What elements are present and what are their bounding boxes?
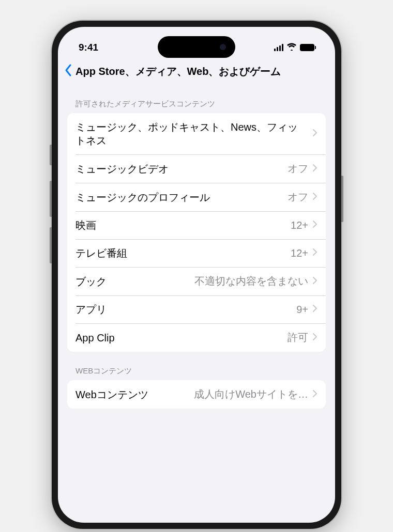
row-app-clip[interactable]: App Clip 許可 bbox=[67, 323, 326, 352]
chevron-right-icon bbox=[312, 164, 318, 174]
row-web-content[interactable]: Webコンテンツ 成人向けWebサイトを… bbox=[67, 380, 326, 409]
screen: 9:41 App Store、メディア、Web、およびゲーム 許可されたメディア… bbox=[58, 27, 335, 523]
row-label: ブック bbox=[75, 275, 190, 288]
chevron-right-icon bbox=[312, 276, 318, 287]
status-time: 9:41 bbox=[79, 42, 98, 53]
chevron-right-icon bbox=[312, 333, 318, 343]
row-value: オフ bbox=[288, 190, 308, 204]
row-music-profile[interactable]: ミュージックのプロフィール オフ bbox=[67, 183, 326, 211]
row-value: 成人向けWebサイトを… bbox=[194, 387, 308, 401]
dynamic-island bbox=[158, 36, 235, 58]
chevron-right-icon bbox=[312, 220, 318, 230]
list-group-web: Webコンテンツ 成人向けWebサイトを… bbox=[67, 380, 326, 409]
chevron-right-icon bbox=[312, 129, 318, 139]
nav-bar: App Store、メディア、Web、およびゲーム bbox=[58, 58, 335, 85]
page-title: App Store、メディア、Web、およびゲーム bbox=[75, 65, 328, 79]
row-value: 許可 bbox=[288, 331, 308, 345]
row-movies[interactable]: 映画 12+ bbox=[67, 211, 326, 239]
back-button[interactable] bbox=[63, 63, 73, 80]
row-label: ミュージックビデオ bbox=[75, 162, 283, 176]
row-label: ミュージック、ポッドキャスト、News、フィットネス bbox=[75, 120, 304, 147]
row-value: 12+ bbox=[291, 247, 308, 259]
row-apps[interactable]: アプリ 9+ bbox=[67, 295, 326, 323]
chevron-right-icon bbox=[312, 248, 318, 258]
row-value: オフ bbox=[288, 162, 308, 176]
row-books[interactable]: ブック 不適切な内容を含まない bbox=[67, 267, 326, 295]
phone-frame: 9:41 App Store、メディア、Web、およびゲーム 許可されたメディア… bbox=[52, 21, 341, 529]
row-label: 映画 bbox=[75, 218, 286, 232]
row-music-video[interactable]: ミュージックビデオ オフ bbox=[67, 154, 326, 183]
row-value: 12+ bbox=[291, 220, 308, 231]
row-label: アプリ bbox=[75, 303, 292, 316]
row-value: 9+ bbox=[296, 304, 308, 316]
row-label: App Clip bbox=[75, 331, 283, 345]
chevron-right-icon bbox=[312, 304, 318, 315]
list-group-media: ミュージック、ポッドキャスト、News、フィットネス ミュージックビデオ オフ … bbox=[67, 113, 326, 352]
row-label: テレビ番組 bbox=[75, 246, 286, 260]
content: 許可されたメディアサービスコンテンツ ミュージック、ポッドキャスト、News、フ… bbox=[58, 85, 335, 409]
row-label: Webコンテンツ bbox=[75, 388, 190, 401]
wifi-icon bbox=[286, 42, 297, 53]
section-header-web: WEBコンテンツ bbox=[67, 352, 326, 380]
battery-icon bbox=[300, 44, 314, 51]
row-label: ミュージックのプロフィール bbox=[75, 191, 283, 204]
row-music-podcasts[interactable]: ミュージック、ポッドキャスト、News、フィットネス bbox=[67, 113, 326, 154]
section-header-media: 許可されたメディアサービスコンテンツ bbox=[67, 85, 326, 113]
row-tv[interactable]: テレビ番組 12+ bbox=[67, 239, 326, 267]
row-value: 不適切な内容を含まない bbox=[194, 274, 308, 288]
signal-icon bbox=[274, 44, 283, 51]
chevron-right-icon bbox=[312, 389, 318, 400]
chevron-right-icon bbox=[312, 192, 318, 202]
status-icons bbox=[274, 42, 314, 53]
